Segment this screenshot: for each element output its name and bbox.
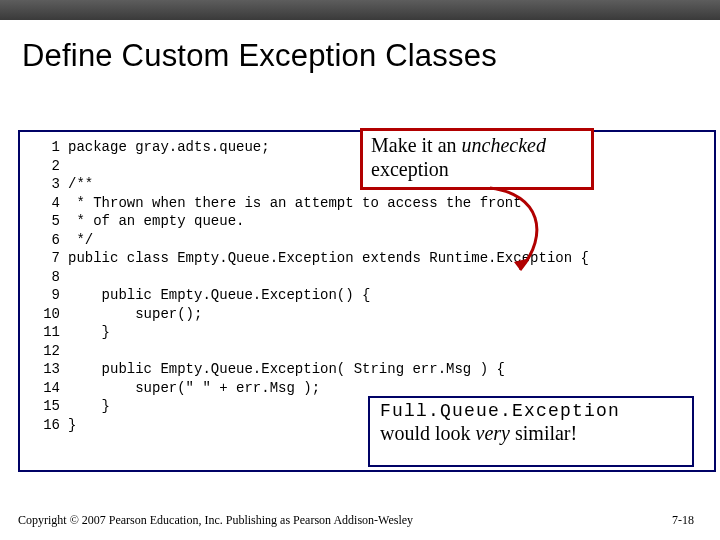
code-line: } <box>68 324 110 340</box>
slide-title: Define Custom Exception Classes <box>22 38 497 74</box>
slide-top-bar <box>0 0 720 20</box>
callout-full-queue-exception: Full.Queue.Exception would look very sim… <box>368 396 694 467</box>
line-number: 12 <box>28 342 60 361</box>
callout-text-part: similar! <box>510 422 577 444</box>
line-number: 7 <box>28 249 60 268</box>
line-number: 15 <box>28 397 60 416</box>
callout-classname: Full.Queue.Exception <box>380 401 620 421</box>
line-number: 4 <box>28 194 60 213</box>
code-line: super(" " + err.Msg ); <box>68 380 320 396</box>
line-number: 2 <box>28 157 60 176</box>
code-line: * of an empty queue. <box>68 213 244 229</box>
code-line: */ <box>68 232 93 248</box>
code-line: } <box>68 417 76 433</box>
callout-unchecked-exception: Make it an unchecked exception <box>360 128 594 190</box>
code-line: super(); <box>68 306 202 322</box>
code-line: } <box>68 398 110 414</box>
line-number: 16 <box>28 416 60 435</box>
code-line: package gray.adts.queue; <box>68 139 270 155</box>
line-number: 13 <box>28 360 60 379</box>
line-number: 10 <box>28 305 60 324</box>
callout-text: would look very similar! <box>380 422 577 444</box>
line-number: 11 <box>28 323 60 342</box>
page-number: 7-18 <box>672 513 694 528</box>
code-line: public Empty.Queue.Exception( String err… <box>68 361 505 377</box>
arrow-icon <box>470 184 560 284</box>
callout-text-part: would look <box>380 422 476 444</box>
callout-text: Make it an <box>371 134 462 156</box>
line-number: 6 <box>28 231 60 250</box>
code-line: public Empty.Queue.Exception() { <box>68 287 370 303</box>
code-line: /** <box>68 176 93 192</box>
callout-emph: unchecked <box>462 134 546 156</box>
callout-text: exception <box>371 158 449 180</box>
line-number: 14 <box>28 379 60 398</box>
code-line: * Thrown when there is an attempt to acc… <box>68 195 522 211</box>
callout-emph: very <box>476 422 510 444</box>
line-number: 1 <box>28 138 60 157</box>
line-number: 9 <box>28 286 60 305</box>
line-number: 8 <box>28 268 60 287</box>
line-number: 5 <box>28 212 60 231</box>
copyright-text: Copyright © 2007 Pearson Education, Inc.… <box>18 513 413 528</box>
line-number: 3 <box>28 175 60 194</box>
